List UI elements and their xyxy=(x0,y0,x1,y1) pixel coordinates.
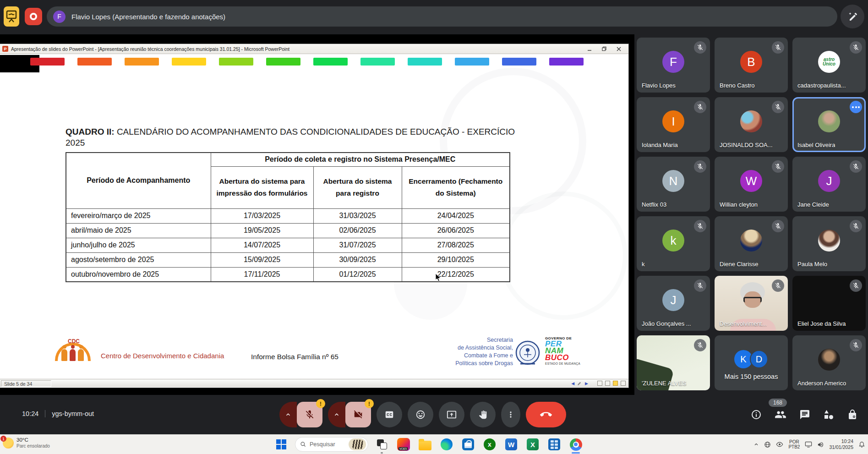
network-globe-icon[interactable] xyxy=(764,441,771,448)
chrome-icon[interactable] xyxy=(568,437,584,452)
date-cell: 31/03/2025 xyxy=(313,208,402,223)
annotation-board-icon[interactable] xyxy=(4,6,19,27)
mic-off-icon xyxy=(850,220,862,232)
normal-view-button[interactable] xyxy=(597,381,602,386)
people-icon[interactable] xyxy=(775,409,786,421)
participant-tile[interactable]: Paula Melo xyxy=(792,216,866,271)
leave-call-button[interactable] xyxy=(526,402,566,427)
close-button[interactable] xyxy=(614,45,624,52)
participant-tile[interactable]: Desenvolviment... xyxy=(715,276,788,331)
secretaria-text: Secretaria de Assistência Social, Combat… xyxy=(451,336,513,367)
window-title: Apresentação de slides do PowerPoint - [… xyxy=(11,46,289,52)
restore-button[interactable] xyxy=(599,45,609,52)
pernambuco-coat-of-arms xyxy=(515,339,540,368)
informe-label: Informe Bolsa Família nº 65 xyxy=(251,353,338,361)
captions-button[interactable] xyxy=(377,402,402,427)
host-controls-lock-icon[interactable] xyxy=(847,409,858,420)
color-bar xyxy=(502,58,536,66)
color-bar xyxy=(408,58,442,66)
raise-hand-button[interactable] xyxy=(470,402,496,427)
reactions-button[interactable] xyxy=(408,402,433,427)
divider xyxy=(45,410,45,417)
next-slide-button[interactable]: ▶ xyxy=(585,381,588,386)
participant-tile[interactable]: JOSINALDO SOA... xyxy=(715,97,788,152)
task-view-button[interactable] xyxy=(374,437,390,452)
color-bar xyxy=(549,58,584,66)
minimize-button[interactable] xyxy=(584,45,595,52)
mic-off-icon xyxy=(694,220,706,232)
annotation-pen-button[interactable] xyxy=(841,5,864,28)
store-icon[interactable] xyxy=(460,437,476,452)
google-meet-window: F Flavio Lopes (Apresentando e fazendo a… xyxy=(0,0,868,454)
participant-tile[interactable]: Isabel Oliveira xyxy=(792,97,866,152)
recording-indicator[interactable] xyxy=(25,8,42,25)
participant-tile[interactable]: I Iolanda Maria xyxy=(637,97,710,152)
mic-off-icon xyxy=(850,339,862,351)
participant-tile[interactable]: astroÚnico cadastropaulista... xyxy=(792,38,866,93)
weather-widget[interactable]: 1 30°C Parc ensolarado xyxy=(3,437,50,449)
mic-off-icon xyxy=(850,41,862,54)
file-explorer-icon[interactable] xyxy=(417,437,433,452)
camera-off-button[interactable]: ! xyxy=(345,402,371,427)
date-cell: 02/06/2025 xyxy=(313,223,402,238)
table-row: outubro/novembro de 202517/11/202501/12/… xyxy=(66,267,510,282)
powerpoint-titlebar[interactable]: P Apresentação de slides do PowerPoint -… xyxy=(0,44,628,54)
participant-tile[interactable]: k k xyxy=(637,216,710,271)
chat-icon[interactable] xyxy=(799,409,810,420)
participant-tile[interactable]: B Breno Castro xyxy=(715,38,788,93)
activities-icon[interactable] xyxy=(823,409,834,420)
notification-badge: 1 xyxy=(0,436,6,442)
weather-icon: 1 xyxy=(3,438,14,449)
copilot-m365-icon[interactable]: M365 xyxy=(396,437,411,452)
mic-control-group: ! xyxy=(279,402,322,427)
camera-options-chevron[interactable] xyxy=(328,402,345,427)
tray-clock[interactable]: 10:2431/01/2025 xyxy=(829,438,853,450)
info-icon[interactable] xyxy=(751,409,762,420)
participant-tile[interactable]: J Jane Cleide xyxy=(792,157,866,212)
participant-name: Eliel Jose da Silva xyxy=(797,320,846,327)
language-indicator[interactable]: PORPTB2 xyxy=(788,439,800,449)
participant-name: Willian cleyton xyxy=(720,201,758,208)
participant-tile[interactable]: 'ZULENE ALVES xyxy=(637,335,710,390)
participant-tile[interactable]: N Netflix 03 xyxy=(637,157,710,212)
volume-icon[interactable] xyxy=(817,441,824,448)
word-icon[interactable]: W xyxy=(503,437,519,452)
mic-off-icon xyxy=(694,160,706,173)
xbox-icon[interactable]: x xyxy=(482,437,497,452)
system-tray: PORPTB2 10:2431/01/2025 xyxy=(753,436,865,453)
excel-icon[interactable]: X xyxy=(525,437,540,452)
reading-view-button[interactable] xyxy=(621,381,626,386)
mic-options-chevron[interactable] xyxy=(279,402,297,427)
participant-tile[interactable]: W Willian cleyton xyxy=(715,157,788,212)
sorter-view-button[interactable] xyxy=(605,381,610,386)
start-button[interactable] xyxy=(273,437,289,452)
cast-display-icon[interactable] xyxy=(805,441,812,448)
participant-tile[interactable]: KD Mais 150 pessoas xyxy=(715,335,788,390)
participant-tile[interactable]: Anderson Americo xyxy=(792,335,866,390)
presenter-pill[interactable]: F Flavio Lopes (Apresentando e fazendo a… xyxy=(47,6,837,27)
participant-tile[interactable]: Diene Clarisse xyxy=(715,216,788,271)
slideshow-view-button[interactable] xyxy=(613,381,618,386)
participant-tile[interactable]: F Flavio Lopes xyxy=(637,38,710,93)
edge-icon[interactable] xyxy=(439,437,454,452)
emoji-icon xyxy=(415,410,426,420)
screenshare-stage: P Apresentação de slides do PowerPoint -… xyxy=(0,34,634,395)
mic-off-icon xyxy=(772,41,784,54)
more-options-button[interactable] xyxy=(501,402,520,427)
cdc-name: Centro de Desenvolvimento e Cidadania xyxy=(101,352,224,360)
annotate-pen-icon[interactable] xyxy=(577,381,582,386)
watermark xyxy=(499,191,628,320)
search-input[interactable]: Pesquisar xyxy=(295,437,368,452)
mic-off-icon xyxy=(772,101,784,113)
calculator-icon[interactable] xyxy=(546,437,562,452)
tray-chevron-icon[interactable] xyxy=(753,442,759,447)
tile-more-button[interactable] xyxy=(850,101,862,113)
present-button[interactable] xyxy=(439,402,464,427)
mic-muted-button[interactable]: ! xyxy=(297,402,322,427)
date-cell: 31/07/2025 xyxy=(313,238,402,252)
participant-tile[interactable]: Eliel Jose da Silva xyxy=(792,276,866,331)
eye-icon[interactable] xyxy=(776,442,783,447)
notification-bell-icon[interactable] xyxy=(858,441,865,448)
participant-tile[interactable]: J João Gonçalves ... xyxy=(637,276,710,331)
previous-slide-button[interactable]: ◀ xyxy=(571,381,574,386)
